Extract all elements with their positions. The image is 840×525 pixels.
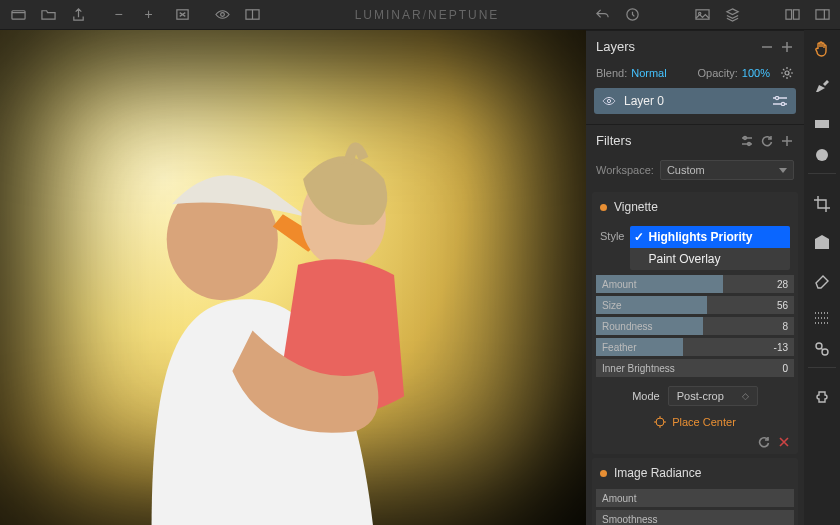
mode-select[interactable]: Post-crop ◇ [668, 386, 758, 406]
undo-icon[interactable] [592, 5, 612, 25]
gradient-tool-icon[interactable] [810, 112, 834, 136]
denoise-tool-icon[interactable] [808, 344, 836, 368]
slider-inner-brightness[interactable]: Inner Brightness 0 [596, 358, 794, 378]
filters-refresh-icon[interactable] [760, 134, 774, 148]
share-icon[interactable] [68, 5, 88, 25]
workspace-select[interactable]: Custom [660, 160, 794, 180]
svg-point-20 [816, 149, 828, 161]
clone-tool-icon[interactable] [810, 306, 834, 330]
style-option-paint[interactable]: Paint Overlay [630, 248, 790, 270]
folder-icon[interactable] [38, 5, 58, 25]
preview-eye-icon[interactable] [212, 5, 232, 25]
filter-enabled-dot[interactable] [600, 470, 607, 477]
adjust-icon[interactable] [772, 96, 788, 106]
opacity-value[interactable]: 100% [742, 67, 770, 79]
svg-point-18 [656, 418, 664, 426]
style-dropdown[interactable]: Highlights Priority Paint Overlay [630, 226, 790, 270]
svg-point-15 [781, 102, 784, 105]
vignette-title: Vignette [614, 200, 658, 214]
transform-tool-icon[interactable] [810, 230, 834, 254]
svg-rect-19 [815, 120, 829, 128]
presets-icon[interactable] [782, 5, 802, 25]
svg-point-14 [775, 96, 778, 99]
filters-section: Filters Workspace: Custom Vi [586, 124, 804, 525]
chevron-down-icon [779, 168, 787, 173]
svg-point-13 [607, 99, 610, 102]
filters-sliders-icon[interactable] [740, 134, 754, 148]
slider-size[interactable]: Size 56 [596, 295, 794, 315]
fit-icon[interactable] [172, 5, 192, 25]
hand-tool-icon[interactable] [810, 36, 834, 60]
place-center-button[interactable]: Place Center [592, 412, 798, 432]
reset-filter-icon[interactable] [758, 436, 770, 448]
svg-rect-7 [785, 10, 791, 19]
image-radiance-filter: Image Radiance Amount Smoothness [592, 458, 798, 525]
slider-feather[interactable]: Feather -13 [596, 337, 794, 357]
tool-strip [804, 30, 840, 525]
open-icon[interactable] [8, 5, 28, 25]
compare-icon[interactable] [242, 5, 262, 25]
add-layer-icon[interactable] [780, 40, 794, 54]
filter-enabled-dot[interactable] [600, 204, 607, 211]
slider-roundness[interactable]: Roundness 8 [596, 316, 794, 336]
app-title: LUMINAR/NEPTUNE [355, 8, 500, 22]
erase-tool-icon[interactable] [810, 268, 834, 292]
visibility-icon[interactable] [602, 94, 616, 108]
plugin-tool-icon[interactable] [810, 386, 834, 410]
photo-preview [0, 30, 586, 525]
mode-label: Mode [632, 390, 660, 402]
image-icon[interactable] [692, 5, 712, 25]
style-option-highlights[interactable]: Highlights Priority [630, 226, 790, 248]
history-icon[interactable] [622, 5, 642, 25]
brush-tool-icon[interactable] [810, 74, 834, 98]
layers-icon[interactable] [722, 5, 742, 25]
slider-amount[interactable]: Amount [596, 488, 794, 508]
radiance-title: Image Radiance [614, 466, 701, 480]
layer-item[interactable]: Layer 0 [594, 88, 796, 114]
zoom-out-icon[interactable]: − [112, 5, 132, 25]
slider-amount[interactable]: Amount 28 [596, 274, 794, 294]
slider-smoothness[interactable]: Smoothness [596, 509, 794, 525]
blend-label: Blend: [596, 67, 627, 79]
vignette-filter: Vignette Style Highlights Priority Paint… [592, 192, 798, 454]
collapse-icon[interactable] [760, 40, 774, 54]
layers-title: Layers [596, 39, 754, 54]
add-filter-icon[interactable] [780, 134, 794, 148]
remove-filter-icon[interactable] [778, 436, 790, 448]
opacity-label: Opacity: [698, 67, 738, 79]
zoom-in-icon[interactable]: + [142, 5, 162, 25]
svg-point-2 [220, 13, 224, 17]
style-label: Style [600, 226, 624, 242]
filters-title: Filters [596, 133, 734, 148]
radial-tool-icon[interactable] [808, 150, 836, 174]
gear-icon[interactable] [780, 66, 794, 80]
layer-name: Layer 0 [624, 94, 664, 108]
crop-tool-icon[interactable] [810, 192, 834, 216]
blend-value[interactable]: Normal [631, 67, 666, 79]
layers-section: Layers Blend: Normal Opacity: 100% Layer… [586, 30, 804, 124]
side-panel: Layers Blend: Normal Opacity: 100% Layer… [586, 30, 804, 525]
svg-rect-9 [815, 10, 828, 19]
workspace-label: Workspace: [596, 164, 654, 176]
top-toolbar: − + LUMINAR/NEPTUNE [0, 0, 840, 30]
svg-point-12 [785, 71, 789, 75]
canvas[interactable] [0, 30, 586, 525]
sidepanel-icon[interactable] [812, 5, 832, 25]
svg-rect-8 [793, 10, 799, 19]
